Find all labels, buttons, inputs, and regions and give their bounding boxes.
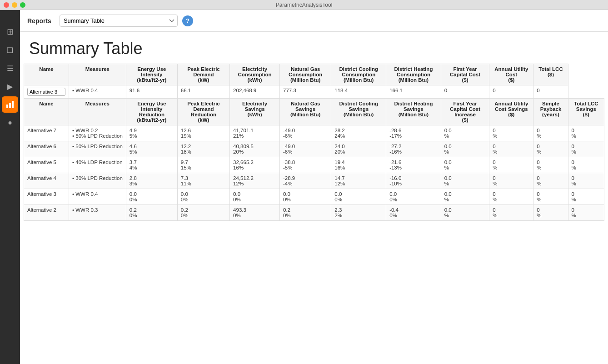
header-bar: Reports Summary Table Bar Chart Scatter … xyxy=(20,10,608,32)
row-name: Alternative 5 xyxy=(24,157,69,173)
row-peak: 9.715% xyxy=(177,157,229,173)
row-measures: 30% LPD Reduction xyxy=(69,173,126,189)
baseline-dropdown[interactable]: Alternative 3 Alternative 2 Alternative … xyxy=(27,88,65,96)
row-firstyr: 0.0% xyxy=(441,141,489,157)
col-annual-util: Annual Utility Cost($) xyxy=(489,64,533,85)
baseline-name-cell[interactable]: Alternative 3 Alternative 2 Alternative … xyxy=(24,85,69,99)
baseline-elec: 202,468.9 xyxy=(230,85,280,99)
row-peak: 0.20% xyxy=(177,205,229,221)
sav-col-payback: Simple Payback(years) xyxy=(533,99,568,125)
row-eui: 3.74% xyxy=(126,157,177,173)
row-natgas: -38.8-5% xyxy=(280,157,331,173)
reports-label: Reports xyxy=(27,17,51,25)
col-name: Name xyxy=(24,64,69,85)
sav-col-elec-sav: Electricity Savings(kWh) xyxy=(230,99,280,125)
row-distheat: -28.6-17% xyxy=(386,125,441,141)
row-payback: 0% xyxy=(533,125,568,141)
col-first-yr: First Year Capital Cost($) xyxy=(441,64,489,85)
sidebar-item-play[interactable]: ▶ xyxy=(2,78,18,95)
baseline-distcool: 118.4 xyxy=(331,85,386,99)
row-distheat: -27.2-16% xyxy=(386,141,441,157)
baseline-firstyr: 0 xyxy=(441,85,489,99)
row-firstyr: 0.0% xyxy=(441,125,489,141)
row-elec: 32,665.216% xyxy=(230,157,280,173)
row-totlcc: 0% xyxy=(568,189,604,205)
minimize-button[interactable] xyxy=(12,2,17,8)
row-peak: 7.311% xyxy=(177,173,229,189)
row-eui: 2.83% xyxy=(126,173,177,189)
row-name: Alternative 7 xyxy=(24,125,69,141)
sidebar-item-grid[interactable]: ⊞ xyxy=(2,24,18,40)
col-dist-cool: District Cooling Consumption(Million Btu… xyxy=(331,64,386,85)
row-elec: 493.30% xyxy=(230,205,280,221)
row-annutil: 0% xyxy=(489,141,533,157)
row-eui: 4.65% xyxy=(126,141,177,157)
row-firstyr: 0.0% xyxy=(441,205,489,221)
row-distcool: 28.224% xyxy=(331,125,386,141)
row-name: Alternative 6 xyxy=(24,141,69,157)
row-distcool: 2.32% xyxy=(331,205,386,221)
row-measures: WWR 0.4 xyxy=(69,189,126,205)
sidebar-item-chart[interactable] xyxy=(2,96,18,113)
row-annutil: 0% xyxy=(489,205,533,221)
row-distcool: 14.712% xyxy=(331,173,386,189)
row-measures: 40% LDP Reduction xyxy=(69,157,126,173)
col-dist-heat: District Heating Consumption(Million Btu… xyxy=(386,64,441,85)
sidebar-item-circle[interactable]: ● xyxy=(2,115,18,131)
col-elec-cons: Electricity Consumption(kWh) xyxy=(230,64,280,85)
row-annutil: 0% xyxy=(489,125,533,141)
row-eui: 0.20% xyxy=(126,205,177,221)
sav-col-totlcc-sav: Total LCC Savings($) xyxy=(568,99,604,125)
table-container[interactable]: Name Measures Energy Use Intensity(kBtu/… xyxy=(20,64,608,364)
row-distheat: 0.00% xyxy=(386,189,441,205)
summary-table: Name Measures Energy Use Intensity(kBtu/… xyxy=(24,64,604,221)
baseline-peak: 66.1 xyxy=(177,85,229,99)
sidebar-item-report[interactable]: ☰ xyxy=(2,60,18,76)
savings-row: Alternative 2 WWR 0.3 0.20% 0.20% 493.30… xyxy=(24,205,604,221)
row-distcool: 24.020% xyxy=(331,141,386,157)
maximize-button[interactable] xyxy=(20,2,25,8)
row-totlcc: 0% xyxy=(568,125,604,141)
savings-row: Alternative 5 40% LDP Reduction 3.74% 9.… xyxy=(24,157,604,173)
sidebar: ⊞ ❑ ☰ ▶ ● xyxy=(0,10,20,364)
help-button[interactable]: ? xyxy=(182,15,193,26)
baseline-natgas: 777.3 xyxy=(280,85,331,99)
svg-rect-1 xyxy=(9,103,11,108)
window-controls xyxy=(4,2,25,8)
row-natgas: -28.9-4% xyxy=(280,173,331,189)
report-type-dropdown[interactable]: Summary Table Bar Chart Scatter Plot xyxy=(60,15,178,27)
row-firstyr: 0.0% xyxy=(441,157,489,173)
baseline-row: Alternative 3 Alternative 2 Alternative … xyxy=(24,85,604,99)
sav-col-name: Name xyxy=(24,99,69,125)
row-measures: WWR 0.3 xyxy=(69,205,126,221)
row-totlcc: 0% xyxy=(568,141,604,157)
row-elec: 40,809.520% xyxy=(230,141,280,157)
baseline-eui: 91.6 xyxy=(126,85,177,99)
sav-col-distcool-sav: District Cooling Savings(Million Btu) xyxy=(331,99,386,125)
row-natgas: -49.0-6% xyxy=(280,141,331,157)
row-measures: WWR 0.250% LPD Reduction xyxy=(69,125,126,141)
row-natgas: 0.00% xyxy=(280,189,331,205)
page-title: Summary Table xyxy=(20,32,608,64)
svg-rect-0 xyxy=(6,105,8,108)
sav-col-distheat-sav: District Heating Savings(Million Btu) xyxy=(386,99,441,125)
row-elec: 24,512.212% xyxy=(230,173,280,189)
main-content: Reports Summary Table Bar Chart Scatter … xyxy=(20,10,608,364)
row-totlcc: 0% xyxy=(568,157,604,173)
row-firstyr: 0.0% xyxy=(441,189,489,205)
row-elec: 0.00% xyxy=(230,189,280,205)
col-peak-elec: Peak Electric Demand(kW) xyxy=(177,64,229,85)
col-eui: Energy Use Intensity(kBtu/ft2-yr) xyxy=(126,64,177,85)
row-peak: 12.619% xyxy=(177,125,229,141)
row-payback: 0% xyxy=(533,189,568,205)
col-total-lcc: Total LCC($) xyxy=(533,64,568,85)
row-annutil: 0% xyxy=(489,189,533,205)
row-payback: 0% xyxy=(533,205,568,221)
row-totlcc: 0% xyxy=(568,205,604,221)
row-distheat: -21.6-13% xyxy=(386,157,441,173)
row-totlcc: 0% xyxy=(568,173,604,189)
close-button[interactable] xyxy=(4,2,9,8)
row-distcool: 19.416% xyxy=(331,157,386,173)
sidebar-item-copy[interactable]: ❑ xyxy=(2,42,18,58)
row-eui: 4.95% xyxy=(126,125,177,141)
